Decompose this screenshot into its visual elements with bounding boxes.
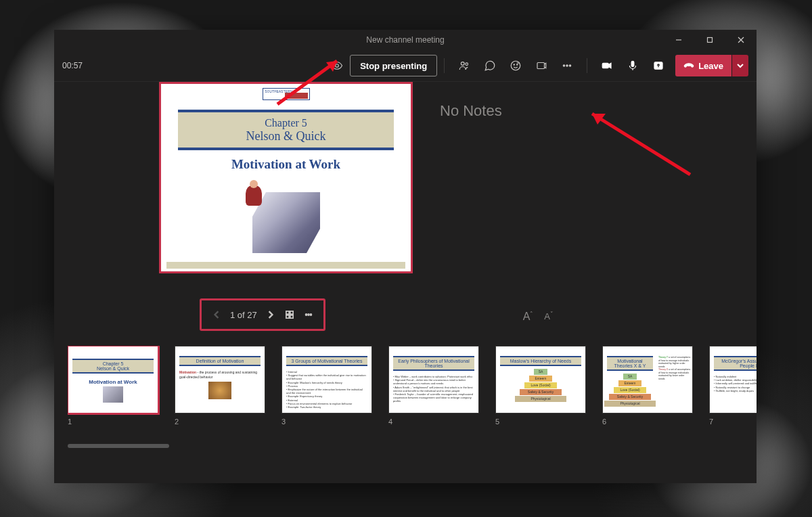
breakout-rooms-icon[interactable] [530,54,553,77]
slide-thumbnail[interactable]: Maslow's Hierarchy of NeedsSAEsteemLove … [495,346,586,413]
chat-icon[interactable] [478,54,501,77]
presenter-main-area: Chapter 5 Nelson & Quick Motivation at W… [54,82,757,346]
slide-thumbnail[interactable]: Motivational Theories X & YSAEsteemLove … [602,346,693,413]
slide-main-title: Motivation at Work [161,157,411,172]
thumbnail-strip[interactable]: Chapter 5Nelson & QuickMotivation at Wor… [68,346,757,441]
svg-point-8 [514,64,514,65]
meeting-toolbar: 00:57 Stop presenting [54,50,757,82]
increase-font-button[interactable]: A˄ [523,311,534,323]
svg-point-13 [569,65,570,66]
thumbnail-number: 7 [709,418,757,426]
leave-button[interactable]: Leave [675,55,731,76]
private-view-icon[interactable] [325,54,348,77]
svg-rect-20 [286,315,289,318]
svg-point-24 [310,314,311,315]
next-slide-button[interactable] [261,305,280,324]
thumbnail-column: Early Philosophers of Motivational Theor… [388,346,479,441]
svg-rect-21 [290,315,293,318]
minimize-button[interactable] [663,30,694,50]
svg-point-11 [563,65,564,66]
close-button[interactable] [725,30,757,50]
svg-point-9 [517,64,518,65]
window-title: New channel meeting [366,35,444,45]
more-actions-icon[interactable] [556,54,579,77]
slide-navigation-bar: 1 of 27 [200,298,325,331]
thumbnail-number: 5 [495,418,586,426]
slide-clipart [242,185,330,260]
grid-view-button[interactable] [280,305,299,324]
leave-dropdown-button[interactable] [732,55,748,76]
thumbnail-column: Definition of MotivationMotivation - the… [175,346,265,441]
slide-thumbnail[interactable]: Definition of MotivationMotivation - the… [175,346,265,413]
prev-slide-button[interactable] [207,305,226,324]
leave-label: Leave [698,61,723,71]
svg-point-23 [308,314,309,315]
notes-font-controls: A˄ A˅ [523,311,554,323]
svg-rect-15 [631,61,634,66]
slide-chapter-line2: Nelson & Quick [246,129,326,143]
slide-footer [166,262,405,269]
thumbnail-number: 4 [388,418,479,426]
svg-rect-14 [602,63,608,68]
toolbar-separator [587,58,587,73]
window-buttons [663,30,757,50]
svg-point-4 [336,64,339,68]
thumbnail-number: 6 [602,418,693,426]
thumbnail-column: Maslow's Hierarchy of NeedsSAEsteemLove … [495,346,586,441]
svg-rect-10 [537,63,545,69]
svg-rect-1 [708,38,713,43]
maximize-button[interactable] [694,30,725,50]
slide-counter: 1 of 27 [226,310,261,320]
svg-rect-18 [286,311,289,314]
svg-point-22 [305,314,307,315]
svg-point-12 [566,65,568,66]
slide-thumbnail[interactable]: Early Philosophers of Motivational Theor… [388,346,479,413]
thumbnail-column: Chapter 5Nelson & QuickMotivation at Wor… [68,346,158,441]
ellipsis-icon [304,311,313,319]
thumbnail-scrollbar[interactable] [68,444,169,448]
chevron-right-icon [267,311,275,319]
thumbnail-column: McGregor's Assumptions About People Base… [709,346,757,441]
teams-meeting-window: New channel meeting 00:57 Stop presentin… [54,30,757,483]
microphone-icon[interactable] [621,54,644,77]
thumbnail-column: 3 Groups of Motivational Theories• Inter… [281,346,372,441]
stop-presenting-button[interactable]: Stop presenting [350,55,437,76]
slide-thumbnail[interactable]: McGregor's Assumptions About People Base… [709,346,757,413]
slide-chapter-line1: Chapter 5 [265,117,307,129]
thumbnail-number: 2 [175,418,265,426]
no-notes-label: No Notes [440,102,729,120]
toolbar-separator [444,58,445,73]
participants-icon[interactable] [453,54,476,77]
slide-chapter-box: Chapter 5 Nelson & Quick [178,110,394,150]
leave-button-group: Leave [675,55,748,76]
chevron-down-icon [737,62,744,69]
svg-point-6 [466,63,468,66]
slide-logo [263,88,310,100]
meeting-timer: 00:57 [62,61,83,70]
svg-rect-19 [290,311,293,314]
slide-more-button[interactable] [299,305,318,324]
thumbnail-number: 1 [68,418,158,426]
window-titlebar: New channel meeting [54,30,757,50]
slide-thumbnail[interactable]: 3 Groups of Motivational Theories• Inter… [281,346,372,413]
share-screen-icon[interactable] [647,54,670,77]
chevron-left-icon [212,311,221,319]
svg-point-5 [461,62,464,66]
thumbnail-number: 3 [281,418,372,426]
slide-thumbnail[interactable]: Chapter 5Nelson & QuickMotivation at Wor… [68,346,158,413]
decrease-font-button[interactable]: A˅ [544,311,554,323]
reactions-icon[interactable] [504,54,527,77]
current-slide-preview[interactable]: Chapter 5 Nelson & Quick Motivation at W… [159,82,413,273]
hangup-icon [683,60,694,71]
camera-icon[interactable] [595,54,618,77]
thumbnail-column: Motivational Theories X & YSAEsteemLove … [602,346,693,441]
grid-icon [286,311,294,319]
notes-pane: No Notes [413,82,757,346]
